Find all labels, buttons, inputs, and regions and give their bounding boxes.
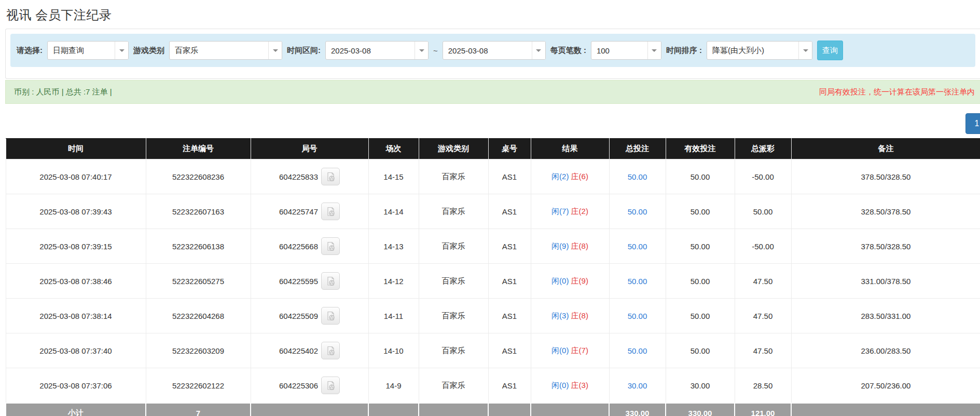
total-bet-link[interactable]: 50.00 — [628, 346, 647, 355]
game-type-select[interactable]: 百家乐 — [169, 41, 282, 60]
cell-game-type: 百家乐 — [419, 229, 488, 264]
total-bet-link[interactable]: 50.00 — [628, 277, 647, 286]
chevron-down-icon[interactable] — [115, 42, 128, 59]
result-player-value: 闲(9) — [551, 241, 569, 250]
chevron-down-icon[interactable] — [798, 42, 812, 59]
valid-bet-notice-text: 同局有效投注，统一计算在该局第一张注单内 — [819, 87, 975, 97]
video-replay-button[interactable] — [321, 203, 340, 220]
cell-remark: 207.50/236.00 — [791, 368, 980, 404]
cell-round-no: 604225306 — [251, 368, 368, 404]
cell-valid-bet: 30.00 — [666, 368, 735, 404]
cell-result: 闲(9) 庄(8) — [531, 229, 609, 264]
cell-table-no: AS1 — [488, 264, 531, 299]
video-replay-button[interactable] — [321, 168, 340, 185]
page-1-button[interactable]: 1 — [965, 113, 980, 134]
round-no-value: 604225402 — [279, 346, 318, 355]
total-bet-link[interactable]: 50.00 — [628, 207, 647, 216]
cell-game-type: 百家乐 — [419, 264, 488, 299]
cell-bet-no: 522322603209 — [146, 333, 251, 368]
col-header-round-no: 局号 — [251, 139, 368, 159]
result-player-value: 闲(7) — [551, 207, 569, 216]
cell-bet-no: 522322604268 — [146, 299, 251, 333]
film-file-icon — [326, 172, 336, 182]
film-file-icon — [326, 311, 336, 321]
video-replay-button[interactable] — [321, 237, 340, 255]
cell-total-bet: 50.00 — [609, 264, 666, 299]
table-row: 2025-03-08 07:40:17 522322608236 6042258… — [6, 159, 980, 194]
round-no-value: 604225306 — [279, 381, 318, 390]
film-file-icon — [326, 346, 336, 356]
cell-result: 闲(2) 庄(6) — [531, 159, 609, 194]
time-sort-select[interactable]: 降冪(由大到小) — [707, 41, 812, 60]
video-replay-button[interactable] — [321, 272, 340, 290]
cell-round-no: 604225668 — [251, 229, 368, 264]
cell-time: 2025-03-08 07:37:40 — [6, 333, 146, 368]
cell-payout: 50.00 — [735, 194, 791, 229]
filter-panel: 请选择: 日期查询 游戏类别 百家乐 时间区间: 2025-03-08 ~ 20… — [5, 29, 980, 79]
round-no-value: 604225668 — [279, 242, 318, 251]
video-replay-button[interactable] — [321, 342, 340, 359]
per-page-select[interactable]: 100 — [591, 41, 661, 60]
cell-valid-bet: 50.00 — [666, 159, 735, 194]
cell-round-no: 604225747 — [251, 194, 368, 229]
pagination-top: 1 — [0, 104, 980, 138]
chevron-down-icon[interactable] — [415, 42, 428, 59]
summary-alert: 币别 : 人民币 | 总共 :7 注单 | 同局有效投注，统一计算在该局第一张注… — [5, 80, 980, 104]
cell-remark: 378.50/328.50 — [791, 229, 980, 264]
cell-result: 闲(0) 庄(3) — [531, 368, 609, 404]
cell-total-bet: 50.00 — [609, 229, 666, 264]
date-to-select[interactable]: 2025-03-08 — [443, 41, 546, 60]
total-bet-link[interactable]: 50.00 — [628, 242, 647, 251]
col-header-payout: 总派彩 — [735, 139, 791, 159]
col-header-result: 结果 — [531, 139, 609, 159]
cell-result: 闲(7) 庄(2) — [531, 194, 609, 229]
total-bet-link[interactable]: 50.00 — [628, 172, 647, 181]
video-replay-button[interactable] — [321, 377, 340, 394]
film-file-icon — [326, 381, 336, 391]
table-summary: 小计 7 330.00 330.00 121.00 总计 7 — [6, 403, 980, 416]
cell-round-no: 604225833 — [251, 159, 368, 194]
query-type-select[interactable]: 日期查询 — [47, 41, 129, 60]
cell-game-type: 百家乐 — [419, 159, 488, 194]
page-title: 视讯 会员下注纪录 — [0, 0, 980, 23]
total-bet-link[interactable]: 50.00 — [628, 312, 647, 320]
search-button[interactable]: 查询 — [817, 41, 843, 60]
cell-bet-no: 522322605275 — [146, 264, 251, 299]
result-banker-value: 庄(6) — [571, 172, 588, 181]
result-player-value: 闲(3) — [551, 311, 569, 320]
col-header-bet-no: 注单编号 — [146, 139, 251, 159]
cell-time: 2025-03-08 07:40:17 — [6, 159, 146, 194]
cell-bet-no: 522322606138 — [146, 229, 251, 264]
col-header-valid-bet: 有效投注 — [666, 139, 735, 159]
result-banker-value: 庄(3) — [571, 381, 588, 390]
chevron-down-icon[interactable] — [647, 42, 661, 59]
chevron-down-icon[interactable] — [268, 42, 282, 59]
film-file-icon — [326, 276, 336, 286]
chevron-down-icon[interactable] — [532, 42, 545, 59]
cell-result: 闲(3) 庄(8) — [531, 299, 609, 333]
film-file-icon — [326, 241, 336, 251]
table-header: 时间 注单编号 局号 场次 游戏类别 桌号 结果 总投注 有效投注 总派彩 备注 — [6, 139, 980, 159]
game-type-value: 百家乐 — [170, 42, 268, 59]
cell-payout: 47.50 — [735, 299, 791, 333]
cell-round-no: 604225509 — [251, 299, 368, 333]
cell-table-no: AS1 — [488, 368, 531, 404]
cell-session: 14-12 — [368, 264, 419, 299]
time-sort-value: 降冪(由大到小) — [707, 42, 798, 59]
result-player-value: 闲(0) — [551, 346, 569, 355]
video-replay-button[interactable] — [321, 307, 340, 325]
cell-remark: 283.50/331.00 — [791, 299, 980, 333]
cell-total-bet: 30.00 — [609, 368, 666, 404]
total-bet-link[interactable]: 30.00 — [628, 381, 647, 390]
cell-table-no: AS1 — [488, 333, 531, 368]
cell-session: 14-10 — [368, 333, 419, 368]
table-body: 2025-03-08 07:40:17 522322608236 6042258… — [6, 159, 980, 404]
cell-remark: 236.00/283.50 — [791, 333, 980, 368]
cell-round-no: 604225595 — [251, 264, 368, 299]
per-page-label: 每页笔数 : — [550, 46, 586, 56]
result-banker-value: 庄(9) — [571, 276, 588, 285]
subtotal-total-bet: 330.00 — [609, 403, 666, 416]
cell-round-no: 604225402 — [251, 333, 368, 368]
date-from-select[interactable]: 2025-03-08 — [325, 41, 429, 60]
time-sort-label: 时间排序 : — [666, 46, 702, 56]
